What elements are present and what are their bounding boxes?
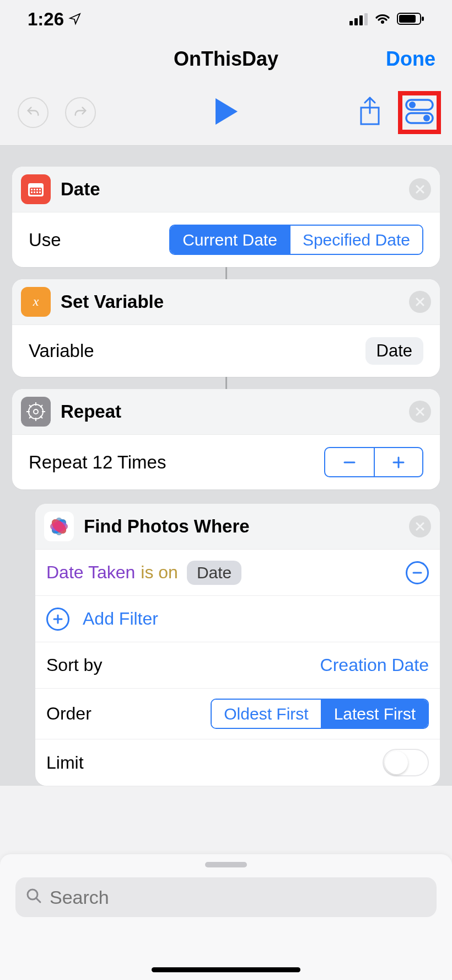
- connector-line: [225, 377, 227, 389]
- svg-rect-6: [422, 17, 424, 21]
- sort-by-label: Sort by: [46, 655, 102, 675]
- sort-by-value[interactable]: Creation Date: [320, 655, 429, 675]
- repeat-stepper[interactable]: [324, 447, 423, 477]
- photos-icon: [44, 512, 74, 541]
- svg-rect-21: [39, 191, 41, 193]
- svg-rect-19: [34, 191, 35, 193]
- status-bar: 1:26: [0, 0, 452, 39]
- editor-toolbar: [0, 79, 452, 146]
- filter-field[interactable]: Date Taken: [46, 562, 135, 583]
- search-field-input[interactable]: [49, 886, 427, 909]
- svg-rect-0: [349, 21, 353, 25]
- svg-text:x: x: [33, 294, 39, 308]
- add-filter-label: Add Filter: [83, 609, 158, 629]
- status-time: 1:26: [28, 9, 64, 30]
- delete-action-button[interactable]: [409, 401, 431, 423]
- svg-rect-16: [36, 189, 38, 190]
- svg-line-30: [40, 416, 42, 418]
- svg-point-24: [34, 409, 38, 414]
- add-filter-row[interactable]: Add Filter: [35, 596, 440, 642]
- svg-rect-17: [39, 189, 41, 190]
- action-repeat-title: Repeat: [61, 401, 121, 422]
- settings-button[interactable]: [405, 98, 434, 127]
- settings-button-highlight: [398, 91, 441, 134]
- undo-button[interactable]: [18, 97, 49, 128]
- svg-point-9: [409, 102, 416, 108]
- delete-action-button[interactable]: [409, 178, 431, 200]
- svg-line-32: [29, 416, 31, 418]
- date-option-specified[interactable]: Specified Date: [289, 226, 422, 254]
- action-date-title: Date: [61, 179, 100, 200]
- svg-line-31: [40, 405, 42, 407]
- svg-rect-2: [359, 15, 363, 25]
- variable-value-chip[interactable]: Date: [365, 337, 423, 365]
- limit-toggle[interactable]: [383, 749, 429, 776]
- stepper-minus-button[interactable]: [325, 448, 374, 476]
- svg-rect-14: [31, 189, 33, 190]
- battery-icon: [397, 9, 424, 30]
- svg-rect-1: [354, 18, 358, 25]
- delete-action-button[interactable]: [409, 291, 431, 313]
- share-button[interactable]: [358, 97, 385, 129]
- search-input[interactable]: [15, 877, 437, 917]
- connector-line: [225, 267, 227, 279]
- cellular-icon: [349, 9, 368, 30]
- svg-rect-15: [34, 189, 35, 190]
- action-find-photos[interactable]: Find Photos Where Date Taken is on Date …: [35, 504, 440, 786]
- date-param-label: Use: [29, 230, 61, 251]
- order-label: Order: [46, 704, 92, 724]
- action-find-photos-title: Find Photos Where: [84, 516, 250, 537]
- play-button[interactable]: [213, 97, 239, 128]
- done-button[interactable]: Done: [386, 47, 435, 71]
- svg-rect-13: [30, 188, 42, 195]
- order-option-oldest[interactable]: Oldest First: [212, 700, 320, 728]
- search-icon: [25, 887, 42, 908]
- filter-row[interactable]: Date Taken is on Date: [35, 550, 440, 596]
- home-indicator[interactable]: [152, 967, 300, 972]
- action-set-variable-title: Set Variable: [61, 291, 164, 312]
- svg-line-48: [36, 898, 40, 902]
- variable-param-label: Variable: [29, 340, 94, 361]
- limit-row: Limit: [35, 739, 440, 786]
- stepper-plus-button[interactable]: [374, 448, 422, 476]
- date-option-current[interactable]: Current Date: [170, 226, 289, 254]
- remove-filter-button[interactable]: [406, 561, 429, 584]
- calendar-icon: [21, 174, 51, 204]
- action-date[interactable]: Date Use Current Date Specified Date: [12, 167, 440, 267]
- order-segmented[interactable]: Oldest First Latest First: [211, 699, 429, 729]
- variable-icon: x: [21, 287, 51, 317]
- order-option-latest[interactable]: Latest First: [321, 700, 428, 728]
- limit-label: Limit: [46, 753, 84, 773]
- redo-button[interactable]: [65, 97, 96, 128]
- svg-rect-5: [399, 15, 416, 23]
- page-title: OnThisDay: [174, 47, 278, 71]
- filter-value-chip[interactable]: Date: [187, 561, 241, 585]
- gear-icon: [21, 397, 51, 427]
- svg-rect-18: [31, 191, 33, 193]
- workflow-canvas: Date Use Current Date Specified Date x S…: [0, 146, 452, 786]
- sort-by-row[interactable]: Sort by Creation Date: [35, 642, 440, 689]
- svg-rect-3: [364, 13, 368, 25]
- search-sheet[interactable]: [0, 854, 452, 980]
- order-row: Order Oldest First Latest First: [35, 689, 440, 739]
- repeat-body-text: Repeat 12 Times: [29, 452, 166, 473]
- wifi-icon: [374, 9, 391, 30]
- delete-action-button[interactable]: [409, 515, 431, 537]
- action-repeat[interactable]: Repeat Repeat 12 Times: [12, 389, 440, 489]
- plus-circle-icon: [46, 608, 69, 631]
- nav-header: OnThisDay Done: [0, 39, 452, 79]
- svg-point-11: [423, 115, 430, 121]
- svg-rect-20: [36, 191, 38, 193]
- action-set-variable[interactable]: x Set Variable Variable Date: [12, 279, 440, 377]
- date-use-segmented[interactable]: Current Date Specified Date: [169, 225, 423, 255]
- filter-operator[interactable]: is on: [141, 562, 178, 583]
- sheet-grabber[interactable]: [205, 862, 247, 867]
- svg-line-29: [29, 405, 31, 407]
- location-arrow-icon: [68, 9, 82, 30]
